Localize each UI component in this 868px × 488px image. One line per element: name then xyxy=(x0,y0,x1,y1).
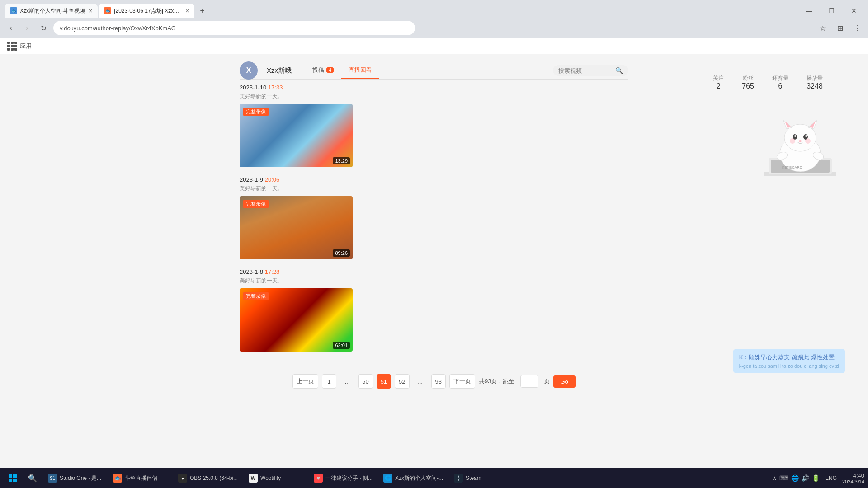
douyu-label: 斗鱼直播伴侣 xyxy=(125,474,157,482)
page-1-button[interactable]: 1 xyxy=(322,374,336,389)
svg-point-12 xyxy=(805,135,807,137)
browser-menu-icon[interactable]: ⋮ xyxy=(851,22,863,34)
taskbar-app-obs[interactable]: ● OBS 25.0.8 (64-bi... xyxy=(174,470,242,486)
address-bar[interactable]: v.douyu.com/author-replay/OxwXr4XpKmAG xyxy=(53,21,415,35)
svg-text:KEYBOARD: KEYBOARD xyxy=(782,165,802,169)
taskbar-app-steam[interactable]: ⟩ Steam xyxy=(449,470,513,486)
stat-match-value: 6 xyxy=(772,82,788,90)
steam-label: Steam xyxy=(466,475,481,481)
bookmark-icon[interactable]: ☆ xyxy=(816,22,829,34)
keyboard-icon[interactable]: ⌨ xyxy=(779,474,788,482)
network-icon[interactable]: 🌐 xyxy=(791,474,799,482)
video-entry-3: 2023-1-8 17:28 美好崭新的一天。 完整录像 62:01 xyxy=(240,268,628,352)
maximize-button[interactable]: ❐ xyxy=(821,4,842,18)
taskbar-app-chrome[interactable]: 🌐 Xzx斯的个人空间-... xyxy=(379,470,448,486)
apps-grid-icon[interactable] xyxy=(7,42,16,51)
stat-follow-label: 关注 xyxy=(713,75,724,82)
obs-label: OBS 25.0.8 (64-bi... xyxy=(190,475,238,481)
battery-icon[interactable]: 🔋 xyxy=(812,474,820,482)
reload-button[interactable]: ↻ xyxy=(37,22,50,34)
new-tab-button[interactable]: + xyxy=(196,5,208,17)
username: Xzx斯哦 xyxy=(267,66,292,75)
tab-replay[interactable]: 直播回看 xyxy=(341,62,379,79)
lang-indicator[interactable]: ENG xyxy=(823,474,839,482)
stat-plays: 播放量 3248 xyxy=(807,75,823,90)
page-93-button[interactable]: 93 xyxy=(431,374,446,389)
video-entry-1: 2023-1-10 17:33 美好崭新的一天。 完整录像 13:29 xyxy=(240,84,628,167)
obs-icon: ● xyxy=(178,474,187,483)
svg-rect-19 xyxy=(9,474,12,478)
browser-tab-1[interactable]: 🐟 Xzx斯的个人空间-斗鱼视频 × xyxy=(5,4,98,18)
avatar: X xyxy=(240,61,258,80)
search-box[interactable]: 🔍 xyxy=(553,65,628,76)
taskbar-app-douyu[interactable]: 🐟 斗鱼直播伴侣 xyxy=(108,470,172,486)
video-thumbnail-2[interactable]: 完整录像 89:26 xyxy=(240,196,353,259)
svg-point-11 xyxy=(794,135,796,137)
tab-1-close[interactable]: × xyxy=(89,7,92,14)
extensions-icon[interactable]: ⊞ xyxy=(834,22,846,34)
video-subtitle-2: 美好崭新的一天。 xyxy=(240,185,628,192)
go-button[interactable]: Go xyxy=(553,375,576,388)
video-date-2: 2023-1-9 20:06 xyxy=(240,176,628,183)
taskbar-date: 2024/3/14 xyxy=(842,479,864,484)
tab-videos[interactable]: 投稿 4 xyxy=(305,62,341,79)
start-button[interactable] xyxy=(4,469,22,487)
wootility-icon: W xyxy=(249,474,258,483)
video-badge-2: 完整录像 xyxy=(243,200,269,208)
stat-follow: 关注 2 xyxy=(713,75,724,90)
video-thumbnail-1[interactable]: 完整录像 13:29 xyxy=(240,104,353,167)
taskbar-app-music[interactable]: ♥ 一律建议分手 · 侧... xyxy=(309,470,377,486)
stat-plays-label: 播放量 xyxy=(807,75,823,82)
page-ellipsis-2: ... xyxy=(413,374,428,389)
chat-sub-text: k-gen ta zou sam li ta zo dou ci ang sin… xyxy=(739,363,839,369)
stat-follow-value: 2 xyxy=(713,82,724,90)
video-entry-2: 2023-1-9 20:06 美好崭新的一天。 完整录像 89:26 xyxy=(240,176,628,259)
video-thumbnail-3[interactable]: 完整录像 62:01 xyxy=(240,288,353,352)
pagination-page-label: 页 xyxy=(544,377,550,385)
steam-icon: ⟩ xyxy=(454,474,463,483)
studio-label: Studio One · 是... xyxy=(60,474,101,482)
tab-2-close[interactable]: × xyxy=(185,7,189,14)
taskbar-search-button[interactable]: 🔍 xyxy=(24,469,42,487)
speaker-icon[interactable]: 🔊 xyxy=(802,474,809,482)
minimize-button[interactable]: — xyxy=(798,4,819,18)
svg-rect-21 xyxy=(9,479,12,482)
chat-main-text: K：顾姝早心力蒸支 疏踢此 爆性处置 xyxy=(739,353,839,361)
search-input[interactable] xyxy=(558,67,613,74)
page-jump-input[interactable] xyxy=(520,375,538,388)
video-list: 2023-1-10 17:33 美好崭新的一天。 完整录像 13:29 2023… xyxy=(240,80,628,365)
tab-2-title: [2023-03-06 17点场] Xzx斯... xyxy=(114,7,182,15)
show-hidden-icon[interactable]: ∧ xyxy=(772,474,777,482)
taskbar-app-studio[interactable]: S1 Studio One · 是... xyxy=(43,470,107,486)
video-badge-1: 完整录像 xyxy=(243,108,269,116)
stat-fans-label: 粉丝 xyxy=(742,75,754,82)
svg-point-13 xyxy=(799,140,802,142)
cat-decoration: KEYBOARD xyxy=(755,108,845,201)
pagination-total: 共93页，跳至 xyxy=(479,377,514,385)
chrome-icon: 🌐 xyxy=(383,474,392,483)
music-icon: ♥ xyxy=(314,474,323,483)
browser-tab-2[interactable]: 🐟 [2023-03-06 17点场] Xzx斯... × xyxy=(99,4,194,18)
prev-page-button[interactable]: 上一页 xyxy=(292,374,318,389)
tab-videos-badge: 4 xyxy=(326,67,334,73)
video-date-3: 2023-1-8 17:28 xyxy=(240,268,628,275)
taskbar-app-wootility[interactable]: W Wootility xyxy=(244,470,307,486)
page-52-button[interactable]: 52 xyxy=(395,374,409,389)
stats-row: 关注 2 粉丝 765 环赛量 6 播放量 3248 xyxy=(713,75,823,90)
video-duration-3: 62:01 xyxy=(333,342,350,349)
tab-videos-label: 投稿 xyxy=(312,66,324,74)
address-text: v.douyu.com/author-replay/OxwXr4XpKmAG xyxy=(60,25,176,32)
close-button[interactable]: ✕ xyxy=(844,4,864,18)
video-badge-3: 完整录像 xyxy=(243,292,269,300)
wootility-label: Wootility xyxy=(260,475,281,481)
stat-match-label: 环赛量 xyxy=(772,75,788,82)
back-button[interactable]: ‹ xyxy=(5,22,17,34)
forward-button[interactable]: › xyxy=(21,22,33,34)
taskbar-time: 4:40 xyxy=(842,472,864,479)
video-date-1: 2023-1-10 17:33 xyxy=(240,84,628,91)
page-50-button[interactable]: 50 xyxy=(358,374,373,389)
page-51-button[interactable]: 51 xyxy=(377,374,391,389)
next-page-button[interactable]: 下一页 xyxy=(449,374,475,389)
taskbar: 🔍 S1 Studio One · 是... 🐟 斗鱼直播伴侣 ● OBS 25… xyxy=(0,468,868,488)
douyu-icon: 🐟 xyxy=(113,474,122,483)
